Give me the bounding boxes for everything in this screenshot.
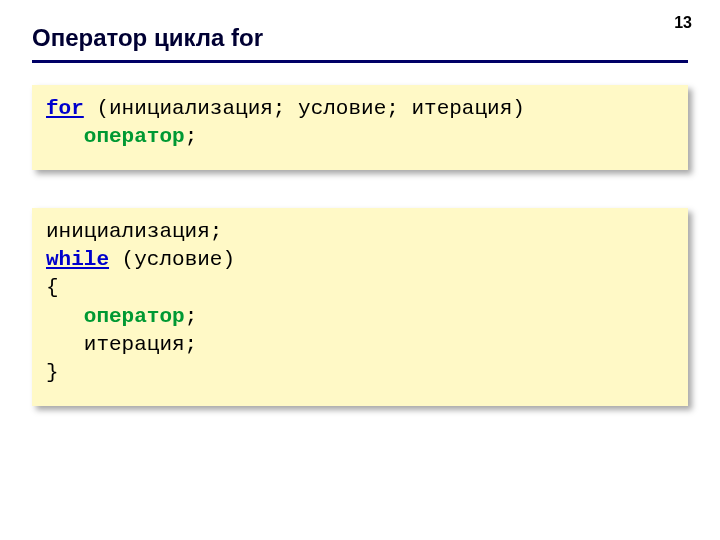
indent: [46, 125, 84, 148]
lbrace: {: [46, 276, 59, 299]
init-line: инициализация;: [46, 220, 222, 243]
keyword-for: for: [46, 97, 84, 120]
for-arguments: (инициализация; условие; итерация): [84, 97, 525, 120]
slide: 13 Оператор цикла for for (инициализация…: [0, 0, 720, 540]
iteration-line: итерация;: [46, 333, 197, 356]
slide-title: Оператор цикла for: [32, 24, 688, 52]
rbrace: }: [46, 361, 59, 384]
indent: [46, 305, 84, 328]
title-rule: [32, 60, 688, 63]
page-number: 13: [674, 14, 692, 32]
code-block-while: инициализация; while (условие) { операто…: [32, 208, 688, 406]
while-arguments: (условие): [109, 248, 235, 271]
code-block-for: for (инициализация; условие; итерация) о…: [32, 85, 688, 170]
operator-word: оператор: [84, 305, 185, 328]
semicolon: ;: [185, 305, 198, 328]
operator-word: оператор: [84, 125, 185, 148]
semicolon: ;: [185, 125, 198, 148]
keyword-while: while: [46, 248, 109, 271]
